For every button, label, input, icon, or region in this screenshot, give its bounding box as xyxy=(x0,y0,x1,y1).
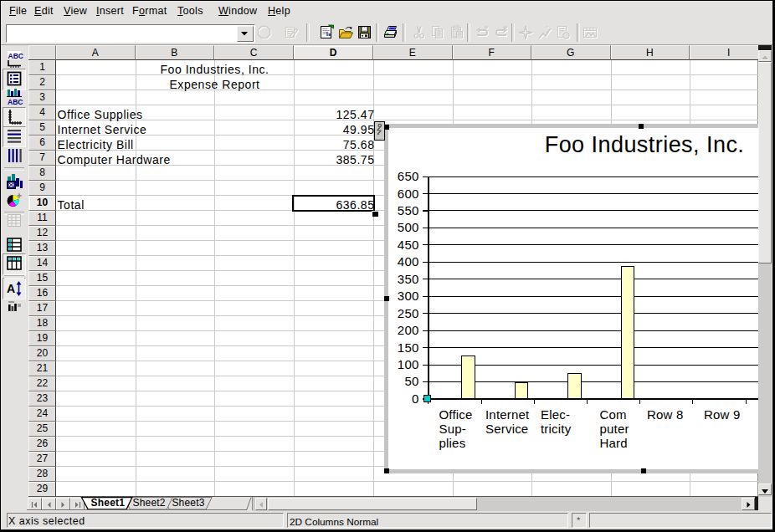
svg-text:Sheet2: Sheet2 xyxy=(133,497,166,509)
svg-text:Sheet3: Sheet3 xyxy=(172,497,204,509)
svg-text:ABC: ABC xyxy=(8,98,23,106)
svg-text:A: A xyxy=(7,282,15,295)
svg-text:ABC: ABC xyxy=(8,51,23,59)
svg-text:Sheet1: Sheet1 xyxy=(91,497,126,509)
